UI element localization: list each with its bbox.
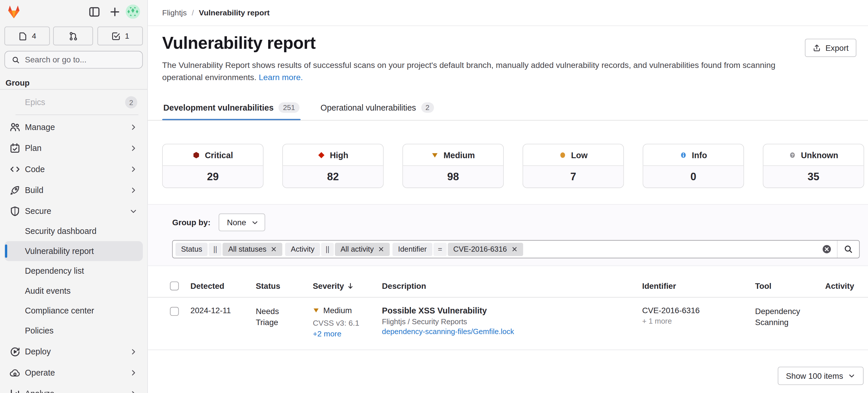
sidebar-item-label: Secure [25,206,52,216]
severity-card-count: 7 [523,165,623,188]
sidebar-item-dependency-list[interactable]: Dependency list [4,261,143,281]
select-all-checkbox[interactable] [170,282,179,290]
column-header-description[interactable]: Description [382,282,642,290]
filter-token-activity[interactable]: Activity || All activity [285,243,390,256]
severity-card-label: Medium [443,150,475,159]
sidebar-item-security-dashboard[interactable]: Security dashboard [4,221,143,241]
token-value[interactable]: CVE-2016-6316 [448,243,523,256]
chevron-down-icon [251,219,258,226]
sidebar-item-compliance-center[interactable]: Compliance center [4,301,143,321]
chevron-right-icon [130,144,137,152]
sidebar-item-audit-events[interactable]: Audit events [4,281,143,301]
column-header-tool[interactable]: Tool [755,282,817,290]
todo-count: 1 [125,32,129,40]
severity-card-label: Unknown [801,150,838,159]
token-remove-icon[interactable] [271,246,277,252]
chevron-right-icon [130,390,137,393]
sidebar-item-operate[interactable]: Operate [4,363,143,383]
sidebar-item-vulnerability-report[interactable]: Vulnerability report [4,241,143,261]
sidebar-item-plan[interactable]: Plan [4,138,143,158]
column-header-identifier[interactable]: Identifier [642,282,755,290]
severity-medium-icon [431,151,439,159]
token-name[interactable]: Identifier [393,243,432,256]
sidebar-item-deploy[interactable]: Deploy [4,342,143,362]
vulnerability-table-row[interactable]: 2024-12-11 Needs Triage Medium CVSS v3: … [148,297,868,350]
sidebar-item-label: Deploy [25,347,51,356]
column-header-detected[interactable]: Detected [191,282,256,290]
page-description-line2: operational environments. [162,73,256,82]
export-button[interactable]: Export [805,39,857,57]
filters-panel: Group by: None Status || All statuses [148,204,868,266]
sidebar-item-label: Vulnerability report [25,246,94,255]
cell-detected: 2024-12-11 [191,306,256,315]
cell-tool: Dependency Scanning [755,306,817,328]
sidebar-item-epics[interactable]: Epics 2 [4,92,143,112]
show-items-dropdown[interactable]: Show 100 items [778,367,864,385]
sidebar-divider [0,89,147,90]
sidebar-item-code[interactable]: Code [4,159,143,179]
token-value[interactable]: All statuses [223,243,283,256]
export-button-label: Export [825,43,848,52]
sidebar-collapse-icon[interactable] [89,6,100,18]
token-operator[interactable]: || [209,243,222,256]
token-remove-icon[interactable] [378,246,384,252]
cell-description: Possible XSS Vulnerability Flightjs / Se… [382,306,642,336]
tab-operational-vulnerabilities[interactable]: Operational vulnerabilities 2 [319,98,435,121]
issues-shortcut-button[interactable]: 4 [4,26,50,45]
column-header-status[interactable]: Status [256,282,313,290]
search-placeholder: Search or go to... [25,56,87,64]
page-description-line1: The Vulnerability Report shows results o… [162,59,775,71]
tab-development-vulnerabilities[interactable]: Development vulnerabilities 251 [162,98,300,121]
deploy-icon [9,346,20,357]
sidebar-item-build[interactable]: Build [4,180,143,200]
page-title: Vulnerability report [162,33,315,53]
search-icon [11,56,20,64]
token-operator[interactable]: = [433,243,447,256]
sidebar-item-label: Plan [25,143,41,153]
token-value[interactable]: All activity [335,243,390,256]
filter-token-status[interactable]: Status || All statuses [176,243,282,256]
vulnerability-file-link[interactable]: dependency-scanning-files/Gemfile.lock [382,327,642,336]
filterbar-separator [837,241,837,258]
group-by-dropdown[interactable]: None [219,214,265,231]
svg-text:?: ? [791,152,794,157]
clear-filters-icon[interactable] [822,244,831,254]
sidebar-item-label: Operate [25,368,55,377]
learn-more-link[interactable]: Learn more. [259,73,303,82]
sidebar-inset-divider [16,114,138,115]
token-operator[interactable]: || [321,243,334,256]
token-name[interactable]: Status [176,243,208,256]
filtered-search-bar[interactable]: Status || All statuses Activity || All a… [172,240,860,258]
identifier-value: CVE-2016-6316 [642,306,755,315]
merge-requests-shortcut-button[interactable] [53,26,93,45]
column-header-severity[interactable]: Severity [313,282,382,290]
todo-shortcut-button[interactable]: 1 [97,26,143,45]
breadcrumb-project-link[interactable]: Flightjs [162,8,187,17]
tab-count-badge: 251 [279,102,300,112]
sidebar-item-secure[interactable]: Secure [4,201,143,222]
vulnerability-title-link[interactable]: Possible XSS Vulnerability [382,306,642,315]
search-input[interactable]: Search or go to... [4,51,143,68]
sidebar-item-analyze[interactable]: Analyze [4,384,143,393]
token-name[interactable]: Activity [285,243,320,256]
token-remove-icon[interactable] [511,246,517,252]
severity-value: Medium [323,306,352,315]
tabs-divider [148,120,868,121]
tab-label: Operational vulnerabilities [320,102,416,112]
sidebar-item-manage[interactable]: Manage [4,117,143,137]
issues-count: 4 [32,32,36,40]
severity-card-low: Low 7 [523,144,624,188]
sidebar-item-policies[interactable]: Policies [4,321,143,341]
main-content: Flightjs / Vulnerability report Vulnerab… [148,0,868,393]
severity-more-link[interactable]: +2 more [313,329,382,338]
gitlab-logo-icon[interactable] [7,5,21,19]
vulnerability-project: Flightjs / Security Reports [382,318,642,326]
column-header-activity[interactable]: Activity [818,282,868,290]
severity-card-count: 29 [163,165,263,188]
user-avatar[interactable] [126,4,140,19]
create-new-icon[interactable] [109,6,121,18]
filter-token-identifier[interactable]: Identifier = CVE-2016-6316 [393,243,523,256]
row-checkbox[interactable] [170,307,179,316]
apply-search-icon[interactable] [844,244,853,254]
sidebar-item-label: Epics [25,97,45,106]
